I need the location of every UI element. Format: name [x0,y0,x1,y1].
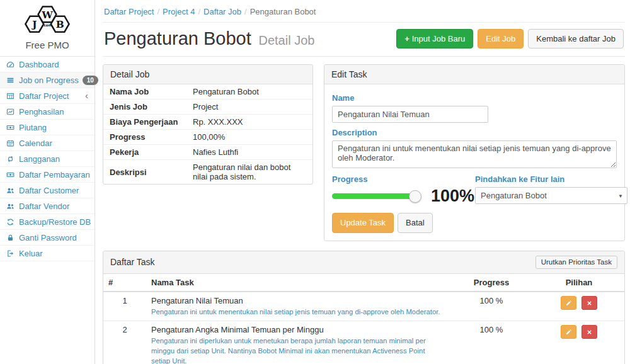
detail-row-label: Biaya Pengerjaan [103,115,186,130]
breadcrumb-link-project-4[interactable]: Project 4 [163,7,195,16]
sidebar-item[interactable]: Daftar Project ‹ [0,88,94,104]
breadcrumb-link-daftar-job[interactable]: Daftar Job [203,7,241,16]
main-content: Daftar Project/Project 4/Daftar Job/Peng… [95,0,630,364]
breadcrumb-separator: / [241,7,250,16]
logo-suffix: .com [42,23,52,27]
sidebar-item[interactable]: Job on Progress 10 [0,72,94,88]
plus-icon: + [404,34,410,43]
sidebar-item-label: Daftar Project [19,91,69,101]
detail-row-value: Project [186,100,312,115]
edit-task-panel: Edit Task Name Description Progress [324,64,625,241]
detail-row: Jenis Job Project [103,100,312,115]
task-name: Pengaturan Angka Minimal Temuan per Ming… [151,325,444,334]
column-header-num: # [103,274,146,292]
progress-label: Progress [332,174,475,184]
task-table: # Nama Task Progress Pilihan 1 Pengatura… [103,274,624,364]
detail-row: Pekerja Nafies Luthfi [103,145,312,160]
move-feature-label: Pindahkan ke Fitur lain [475,174,617,184]
task-name-input[interactable] [332,106,488,123]
table-icon [6,91,15,100]
sidebar-item[interactable]: Daftar Vendor [0,198,94,214]
users-icon [6,202,15,210]
edit-task-panel-title: Edit Task [324,65,624,84]
delete-task-button[interactable] [581,296,597,310]
edit-task-button[interactable] [561,325,576,339]
sidebar-item-label: Backup/Restore DB [19,217,91,227]
move-feature-selected-value: Pengaturan Bobot [481,191,547,200]
task-progress: 100 % [449,292,534,321]
sidebar-item-label: Dashboard [19,60,59,69]
edit-task-button[interactable] [561,296,576,310]
sidebar-item[interactable]: Ganti Password [0,230,94,246]
progress-slider[interactable] [332,193,416,199]
batal-button[interactable]: Batal [398,213,433,233]
task-description-textarea[interactable] [332,140,617,168]
detail-row-label: Pekerja [103,145,186,160]
page-header: Pengaturan Bobot Detail Job +Input Job B… [103,23,625,57]
sidebar-item[interactable]: Daftar Customer [0,183,94,198]
column-header-pilihan: Pilihan [534,274,624,292]
breadcrumb-current: Pengaturan Bobot [250,7,316,16]
table-row: 1 Pengaturan Nilai Temuan Pengaturan ini… [103,292,624,321]
breadcrumb-separator: / [195,7,203,16]
page-title: Pengaturan Bobot [104,28,251,48]
urutkan-prioritas-task-button-top[interactable]: Urutkan Prioritas Task [536,256,617,270]
task-description: Pengaturan ini diperlukan untuk menetuka… [151,336,444,364]
detail-job-panel: Detail Job Nama Job Pengaturan Bobot Jen… [103,64,313,185]
detail-row-label: Progress [103,130,186,145]
sidebar-item-label: Penghasilan [19,107,64,117]
detail-row-label: Deskripsi [103,160,186,185]
logo-letter-b: B [56,19,64,30]
sidebar-item-label: Daftar Vendor [19,202,69,211]
daftar-task-panel-title: Daftar Task [110,257,155,267]
edit-job-button[interactable]: Edit Job [478,29,524,49]
detail-row-value: 100,00% [186,130,312,145]
description-label: Description [332,128,617,137]
exchange-icon [6,154,15,163]
sidebar: J W B .com Free PMO Dashboard Job on Pro… [0,0,95,364]
calendar-icon [6,139,15,147]
logo-letter-j: J [31,19,37,30]
page-subtitle: Detail Job [258,33,314,47]
sidebar-item-label: Calendar [19,139,52,148]
money-icon [6,123,15,132]
sidebar-item-label: Daftar Customer [19,186,79,195]
money-icon [6,170,15,179]
app-window: J W B .com Free PMO Dashboard Job on Pro… [0,0,630,364]
brand: J W B .com Free PMO [0,0,94,57]
detail-row-value: Rp. XXX.XXX [186,115,312,130]
task-progress: 100 % [449,321,534,364]
chevron-left-icon: ‹ [85,92,89,100]
update-task-button[interactable]: Update Task [332,213,394,233]
detail-row-label: Nama Job [103,84,186,100]
gauge-icon [6,60,15,69]
input-job-baru-button[interactable]: +Input Job Baru [396,29,473,49]
line-chart-icon [6,107,15,116]
detail-job-table: Nama Job Pengaturan Bobot Jenis Job Proj… [103,84,312,184]
task-name: Pengaturan Nilai Temuan [151,296,444,305]
kembali-ke-daftar-job-button[interactable]: Kembali ke daftar Job [528,29,624,49]
delete-task-button[interactable] [581,325,597,339]
sidebar-item[interactable]: Penghasilan [0,104,94,120]
progress-percent-value: 100% [431,188,474,205]
sidebar-item[interactable]: Backup/Restore DB [0,214,94,230]
move-feature-select[interactable]: Pengaturan Bobot ▼ [475,187,627,204]
breadcrumb-link-daftar-project[interactable]: Daftar Project [104,7,154,16]
column-header-progress: Progress [449,274,534,292]
sidebar-item-label: Piutang [19,123,47,132]
name-label: Name [332,93,617,103]
table-row: 2 Pengaturan Angka Minimal Temuan per Mi… [103,321,624,364]
sidebar-item[interactable]: Daftar Pembayaran [0,167,94,183]
detail-row: Biaya Pengerjaan Rp. XXX.XXX [103,115,312,130]
users-icon [6,186,15,195]
column-header-nama-task: Nama Task [146,274,449,292]
sidebar-item[interactable]: Calendar [0,135,94,151]
progress-slider-handle[interactable] [409,190,421,203]
sidebar-item[interactable]: Piutang [0,120,94,135]
task-description: Pengaturan ini untuk menentukan nilai se… [151,307,444,317]
detail-row-value: Pengaturan Bobot [186,84,312,100]
sidebar-item[interactable]: Langganan [0,151,94,167]
detail-row: Progress 100,00% [103,130,312,145]
sidebar-item[interactable]: Dashboard [0,57,94,72]
sidebar-item[interactable]: Keluar [0,246,94,261]
